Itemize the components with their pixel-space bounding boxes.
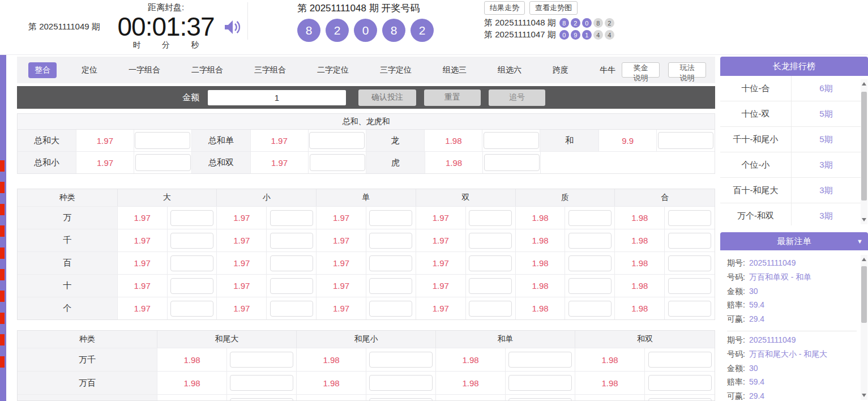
bet-amount-input[interactable] — [270, 210, 313, 226]
bet-amount-input[interactable] — [568, 301, 612, 317]
rank-count: 6期 — [792, 76, 861, 101]
column-header: 和双 — [575, 331, 715, 348]
bet-amount-input[interactable] — [469, 278, 512, 294]
odds-value: 1.97 — [217, 297, 267, 319]
bet-amount-input[interactable] — [369, 255, 412, 271]
dropdown-caret-icon[interactable]: ▼ — [857, 232, 863, 250]
bet-amount-input[interactable] — [484, 154, 540, 171]
bet-field-label: 可赢: — [727, 389, 745, 401]
bet-amount-input[interactable] — [508, 398, 572, 401]
odds-value: 1.97 — [118, 207, 168, 229]
tab-item[interactable]: 三字定位 — [374, 62, 418, 78]
bet-amount-input[interactable] — [369, 301, 412, 317]
bet-field-value: 29.4 — [749, 312, 764, 326]
scroll-thumb[interactable] — [861, 266, 867, 323]
bet-input-cell — [134, 152, 192, 173]
bet-amount-input[interactable] — [135, 154, 191, 171]
bet-amount-input[interactable] — [668, 233, 711, 249]
bet-amount-input[interactable] — [309, 132, 365, 149]
bet-amount-input[interactable] — [369, 375, 433, 391]
odds-value: 1.97 — [416, 229, 466, 251]
bet-input-cell — [565, 297, 615, 319]
odds-value: 1.98 — [436, 395, 506, 401]
scroll-down-arrow-icon[interactable] — [862, 218, 866, 221]
scroll-up-arrow-icon[interactable] — [862, 82, 866, 86]
bets-scrollbar[interactable] — [861, 255, 867, 400]
tab-item[interactable]: 整合 — [28, 62, 57, 78]
bet-amount-input[interactable] — [270, 255, 313, 271]
bet-amount-input[interactable] — [568, 278, 612, 294]
bet-amount-input[interactable] — [230, 375, 293, 391]
row-label: 个 — [18, 297, 118, 319]
odds-value: 1.98 — [516, 275, 566, 297]
bet-amount-input[interactable] — [484, 132, 539, 149]
scroll-down-arrow-icon[interactable] — [862, 394, 866, 397]
bet-amount-input[interactable] — [469, 210, 512, 226]
trend-button[interactable]: 查看走势图 — [529, 1, 578, 15]
bet-amount-input[interactable] — [369, 210, 412, 226]
bet-amount-input[interactable] — [668, 210, 711, 226]
tab-item[interactable]: 牛牛 — [593, 62, 622, 78]
bet-amount-input[interactable] — [568, 233, 612, 249]
help-button[interactable]: 奖金说明 — [622, 62, 660, 78]
speaker-icon[interactable] — [223, 19, 241, 36]
bet-amount-input[interactable] — [648, 398, 712, 401]
bet-amount-input[interactable] — [170, 210, 213, 226]
odds-value: 1.97 — [217, 275, 267, 297]
bet-amount-input[interactable] — [668, 278, 711, 294]
help-button[interactable]: 玩法说明 — [668, 62, 706, 78]
tab-item[interactable]: 组选六 — [491, 62, 528, 78]
bet-amount-input[interactable] — [648, 352, 712, 368]
tab-item[interactable]: 定位 — [75, 62, 104, 78]
header: 第 20251111049 期 距离封盘: 00:01:37 时分秒 第 202… — [0, 0, 868, 55]
bet-amount-input[interactable] — [270, 301, 313, 317]
odds-value: 1.98 — [516, 297, 566, 319]
chase-number-button[interactable]: 追号 — [489, 89, 545, 106]
tab-item[interactable]: 一字组合 — [122, 62, 166, 78]
tab-item[interactable]: 三字组合 — [248, 62, 292, 78]
reset-button[interactable]: 重置 — [424, 89, 481, 106]
bet-amount-input[interactable] — [270, 233, 313, 249]
bet-amount-input[interactable] — [369, 352, 433, 368]
tab-item[interactable]: 跨度 — [546, 62, 575, 78]
bet-amount-input[interactable] — [170, 301, 213, 317]
bet-amount-input[interactable] — [369, 398, 433, 401]
bet-amount-input[interactable] — [270, 278, 313, 294]
rank-scrollbar[interactable] — [861, 79, 867, 224]
bet-amount-input[interactable] — [508, 375, 572, 391]
bet-amount-input[interactable] — [508, 352, 572, 368]
rank-row: 万个-和双3期 — [720, 203, 861, 225]
confirm-bet-button[interactable]: 确认投注 — [358, 89, 416, 106]
history-ball: 9 — [571, 30, 580, 40]
tab-item[interactable]: 组选三 — [437, 62, 473, 78]
bet-field-value: 29.4 — [749, 389, 764, 401]
bet-amount-input[interactable] — [668, 255, 711, 271]
bet-amount-input[interactable] — [369, 278, 412, 294]
bet-amount-input[interactable] — [469, 301, 512, 317]
bet-amount-input[interactable] — [469, 255, 512, 271]
bet-amount-input[interactable] — [170, 233, 213, 249]
bet-amount-input[interactable] — [568, 255, 612, 271]
bet-field: 赔率:59.4 — [727, 375, 857, 389]
tab-item[interactable]: 二字组合 — [185, 62, 229, 78]
trend-button[interactable]: 结果走势 — [484, 1, 525, 15]
bet-amount-input[interactable] — [170, 278, 213, 294]
scroll-thumb[interactable] — [861, 92, 867, 200]
bet-amount-input[interactable] — [310, 154, 365, 171]
history-ball: 2 — [605, 18, 614, 28]
bet-amount-input[interactable] — [369, 233, 412, 249]
bet-amount-input[interactable] — [668, 301, 711, 317]
bet-amount-input[interactable] — [658, 132, 713, 149]
bet-amount-input[interactable] — [469, 233, 512, 249]
play-tabbar: 整合定位一字组合二字组合三字组合二字定位三字定位组选三组选六跨度牛牛 奖金说明玩… — [17, 57, 715, 83]
tab-item[interactable]: 二字定位 — [311, 62, 355, 78]
bet-amount-input[interactable] — [230, 398, 293, 401]
bet-amount-input[interactable] — [230, 352, 293, 368]
odds-value: 1.97 — [76, 130, 134, 151]
bet-amount-input[interactable] — [648, 375, 712, 391]
bet-amount-input[interactable] — [135, 132, 190, 149]
bet-amount-input[interactable] — [568, 210, 612, 226]
bet-amount-input[interactable] — [170, 255, 213, 271]
scroll-up-arrow-icon[interactable] — [862, 258, 866, 261]
amount-input[interactable] — [208, 90, 346, 105]
